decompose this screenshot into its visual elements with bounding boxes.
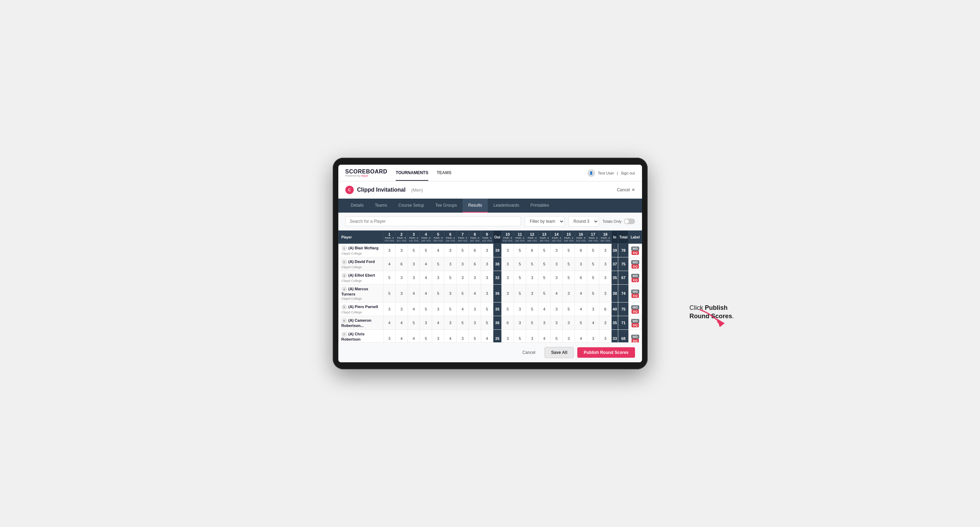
dq-badge[interactable]: DQ [632, 294, 639, 298]
wd-badge[interactable]: WD [631, 290, 639, 294]
score-hole-9[interactable]: 4 [481, 330, 493, 343]
publish-round-scores-button[interactable]: Publish Round Scores [577, 347, 635, 358]
score-hole-2[interactable]: 3 [395, 244, 407, 257]
score-hole-1[interactable]: 4 [383, 316, 395, 330]
score-hole-18[interactable]: 3 [599, 330, 612, 343]
score-hole-5[interactable]: 5 [432, 257, 444, 271]
score-hole-5[interactable]: 3 [432, 330, 444, 343]
cancel-button[interactable]: Cancel [517, 347, 541, 358]
score-hole-3[interactable]: 4 [407, 285, 420, 303]
score-hole-18[interactable]: 3 [599, 244, 612, 257]
tab-leaderboards[interactable]: Leaderboards [488, 198, 525, 213]
score-hole-10[interactable]: 3 [502, 330, 514, 343]
score-hole-16[interactable]: 6 [575, 271, 587, 285]
score-hole-13[interactable]: 3 [538, 316, 550, 330]
score-hole-4[interactable]: 4 [420, 271, 432, 285]
score-hole-13[interactable]: 5 [538, 285, 550, 303]
tab-details[interactable]: Details [345, 198, 369, 213]
tab-course-setup[interactable]: Course Setup [393, 198, 430, 213]
score-hole-6[interactable]: 5 [444, 303, 457, 316]
score-hole-16[interactable]: 5 [575, 316, 587, 330]
tab-results[interactable]: Results [463, 198, 488, 213]
score-hole-15[interactable]: 5 [563, 271, 575, 285]
dq-badge[interactable]: DQ [632, 278, 639, 282]
dq-badge[interactable]: DQ [632, 323, 639, 327]
tab-tee-groups[interactable]: Tee Groups [430, 198, 463, 213]
score-hole-9[interactable]: 3 [481, 257, 493, 271]
wd-badge[interactable]: WD [631, 260, 639, 264]
score-hole-12[interactable]: 5 [526, 316, 538, 330]
score-hole-1[interactable]: 3 [383, 330, 395, 343]
score-hole-4[interactable]: 5 [420, 244, 432, 257]
score-hole-15[interactable]: 3 [563, 316, 575, 330]
score-hole-1[interactable]: 4 [383, 257, 395, 271]
score-hole-3[interactable]: 3 [407, 271, 420, 285]
score-hole-8[interactable]: 3 [469, 271, 481, 285]
filter-team-select[interactable]: Filter by team [525, 216, 565, 227]
score-hole-1[interactable]: 5 [383, 271, 395, 285]
score-hole-3[interactable]: 3 [407, 257, 420, 271]
score-hole-11[interactable]: 5 [514, 285, 526, 303]
score-hole-2[interactable]: 4 [395, 316, 407, 330]
cancel-tournament-button[interactable]: Cancel ✕ [617, 187, 635, 192]
dq-badge[interactable]: DQ [632, 310, 639, 314]
score-hole-4[interactable]: 3 [420, 316, 432, 330]
score-hole-6[interactable]: 3 [444, 257, 457, 271]
dq-badge[interactable]: DQ [632, 264, 639, 268]
dq-badge[interactable]: DQ [632, 339, 639, 342]
dq-badge[interactable]: DQ [632, 251, 639, 255]
score-hole-17[interactable]: 5 [587, 244, 599, 257]
score-hole-10[interactable]: 3 [502, 271, 514, 285]
score-hole-17[interactable]: 3 [587, 303, 599, 316]
score-hole-15[interactable]: 3 [563, 330, 575, 343]
score-hole-14[interactable]: 3 [550, 244, 563, 257]
score-hole-12[interactable]: 3 [526, 285, 538, 303]
score-hole-12[interactable]: 3 [526, 271, 538, 285]
score-hole-7[interactable]: 5 [457, 285, 469, 303]
score-hole-18[interactable]: 3 [599, 257, 612, 271]
score-hole-12[interactable]: 3 [526, 330, 538, 343]
score-hole-4[interactable]: 5 [420, 330, 432, 343]
score-hole-16[interactable]: 6 [575, 244, 587, 257]
toggle-switch[interactable] [624, 219, 635, 224]
score-hole-13[interactable]: 4 [538, 330, 550, 343]
score-hole-6[interactable]: 3 [444, 285, 457, 303]
score-hole-10[interactable]: 6 [502, 316, 514, 330]
score-hole-9[interactable]: 3 [481, 285, 493, 303]
wd-badge[interactable]: WD [631, 305, 639, 310]
score-hole-5[interactable]: 3 [432, 271, 444, 285]
score-hole-12[interactable]: 6 [526, 244, 538, 257]
score-hole-7[interactable]: 3 [457, 257, 469, 271]
score-hole-5[interactable]: 5 [432, 285, 444, 303]
score-hole-7[interactable]: 3 [457, 271, 469, 285]
score-hole-16[interactable]: 4 [575, 330, 587, 343]
score-hole-5[interactable]: 4 [432, 316, 444, 330]
tab-teams[interactable]: Teams [369, 198, 393, 213]
score-hole-2[interactable]: 6 [395, 257, 407, 271]
score-hole-10[interactable]: 3 [502, 285, 514, 303]
score-hole-8[interactable]: 5 [469, 330, 481, 343]
score-hole-8[interactable]: 3 [469, 303, 481, 316]
score-hole-3[interactable]: 4 [407, 303, 420, 316]
score-hole-18[interactable]: 3 [599, 316, 612, 330]
sign-out-link[interactable]: Sign out [620, 171, 635, 175]
score-hole-11[interactable]: 3 [514, 316, 526, 330]
round-select[interactable]: Round 3 [568, 216, 599, 227]
score-hole-13[interactable]: 5 [538, 271, 550, 285]
score-hole-4[interactable]: 4 [420, 257, 432, 271]
score-hole-3[interactable]: 5 [407, 244, 420, 257]
score-hole-11[interactable]: 3 [514, 303, 526, 316]
score-hole-3[interactable]: 5 [407, 316, 420, 330]
score-hole-14[interactable]: 4 [550, 285, 563, 303]
score-hole-10[interactable]: 3 [502, 244, 514, 257]
score-hole-7[interactable]: 3 [457, 330, 469, 343]
wd-badge[interactable]: WD [631, 319, 639, 323]
score-hole-16[interactable]: 3 [575, 257, 587, 271]
score-hole-14[interactable]: 3 [550, 271, 563, 285]
score-hole-7[interactable]: 5 [457, 316, 469, 330]
score-hole-15[interactable]: 5 [563, 303, 575, 316]
tab-printables[interactable]: Printables [525, 198, 555, 213]
score-hole-9[interactable]: 3 [481, 244, 493, 257]
score-hole-12[interactable]: 5 [526, 303, 538, 316]
score-hole-11[interactable]: 5 [514, 330, 526, 343]
